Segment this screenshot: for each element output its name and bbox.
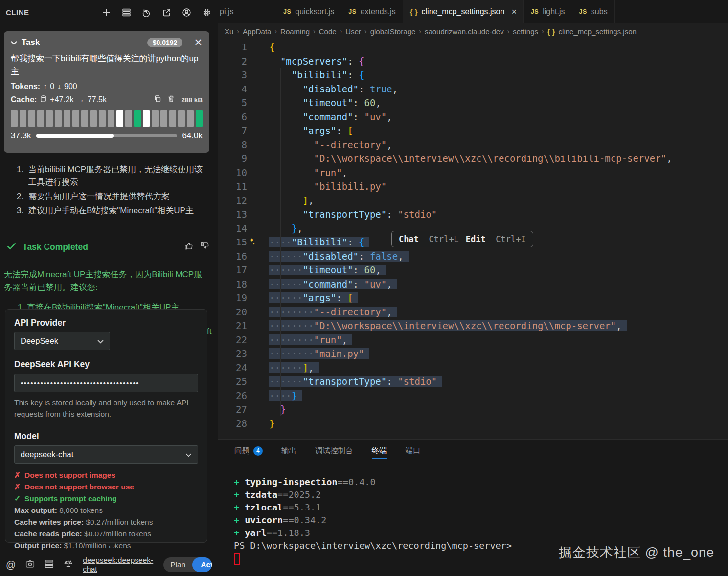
- tab-pi.js[interactable]: pi.js: [218, 0, 276, 23]
- code-line[interactable]: 6 "command": "uv",: [218, 110, 728, 124]
- code-line-content: ········"--directory",: [247, 305, 392, 319]
- panel-tab-终端[interactable]: 终端: [372, 440, 387, 462]
- code-line[interactable]: 10 "run",: [218, 166, 728, 180]
- token: "bilibili.py": [314, 181, 387, 192]
- code-line[interactable]: 23········"main.py": [218, 347, 728, 361]
- tab-quicksort.js[interactable]: JSquicksort.js: [276, 0, 341, 23]
- breadcrumb[interactable]: Xu›AppData›Roaming›Code›User›globalStora…: [218, 23, 728, 39]
- breadcrumb-item[interactable]: AppData: [243, 27, 271, 36]
- code-line[interactable]: 25······"transportType": "stdio": [218, 375, 728, 389]
- rules-scales-icon[interactable]: [64, 559, 73, 570]
- mcp-icon[interactable]: [45, 559, 54, 570]
- mcp-servers-icon[interactable]: [121, 7, 132, 18]
- code-line-content: "command": "uv",: [247, 110, 392, 124]
- panel-tab-输出[interactable]: 输出: [281, 440, 296, 462]
- tab-subs[interactable]: JSsubs: [572, 0, 615, 23]
- panel-tab-端口[interactable]: 端口: [406, 440, 421, 462]
- history-icon[interactable]: [141, 7, 152, 18]
- code-line[interactable]: 21········"D:\\workspace\\interview\\xzc…: [218, 319, 728, 333]
- code-line[interactable]: 27 }: [218, 402, 728, 417]
- api-key-field[interactable]: ••••••••••••••••••••••••••••••••••••: [14, 374, 198, 392]
- breadcrumb-item[interactable]: cline_mcp_settings.json: [559, 27, 637, 36]
- breadcrumb-item[interactable]: Roaming: [280, 27, 310, 36]
- model-select[interactable]: deepseek-chat: [14, 445, 198, 464]
- database-icon: [40, 95, 47, 105]
- code-line-content: "D:\\workspace\\interview\\xzc\\recordin…: [247, 152, 672, 166]
- code-line[interactable]: 28}: [218, 417, 728, 431]
- tab-light.js[interactable]: JSlight.js: [524, 0, 572, 23]
- plus-sign: +: [234, 477, 245, 487]
- json-file-icon: { }: [547, 27, 555, 36]
- context-slider-track[interactable]: [36, 134, 178, 137]
- edit-action[interactable]: Edit: [466, 234, 486, 244]
- token: "command": [303, 111, 353, 122]
- account-icon[interactable]: [181, 7, 192, 18]
- code-line-content: "disabled": true,: [247, 82, 398, 96]
- line-number: 6: [218, 110, 247, 124]
- breadcrumb-item[interactable]: Xu: [225, 27, 233, 36]
- plan-mode-button[interactable]: Plan: [163, 557, 192, 572]
- close-tab-icon[interactable]: ×: [511, 7, 517, 17]
- token: "command": [303, 279, 353, 289]
- context-segment: [187, 110, 194, 127]
- open-in-editor-icon[interactable]: [161, 7, 172, 18]
- screenshot-icon[interactable]: [25, 559, 35, 570]
- code-line[interactable]: 24······],: [218, 361, 728, 375]
- token: {: [359, 56, 364, 66]
- code-line[interactable]: 7 "args": [: [218, 124, 728, 138]
- copy-icon[interactable]: [154, 95, 161, 105]
- breadcrumb-item[interactable]: saoudrizwan.claude-dev: [425, 27, 504, 36]
- breadcrumb-item[interactable]: settings: [513, 27, 538, 36]
- panel-tab-label: 终端: [372, 446, 387, 456]
- tab-cline_mcp_settings.json[interactable]: { }cline_mcp_settings.json×: [403, 0, 524, 23]
- package-name: uvicorn: [245, 515, 283, 525]
- terminal-cursor: [234, 553, 240, 565]
- thumbs-up-icon[interactable]: [184, 242, 193, 252]
- code-line[interactable]: 26····}: [218, 389, 728, 403]
- model-id-link[interactable]: deepseek:deepseek-chat: [83, 556, 154, 574]
- token: :: [387, 209, 398, 220]
- close-task-icon[interactable]: ✕: [194, 38, 203, 47]
- capability-line: ✗Does not support images: [14, 469, 198, 481]
- code-line[interactable]: 8 "--directory",: [218, 138, 728, 152]
- code-line[interactable]: 1{: [218, 40, 728, 54]
- tab-extends.js[interactable]: JSextends.js: [341, 0, 403, 23]
- mention-icon[interactable]: @: [6, 559, 16, 571]
- breadcrumb-item[interactable]: globalStorage: [370, 27, 416, 36]
- code-editor[interactable]: Chat Ctrl+L Edit Ctrl+I 1{2 "mcpServers"…: [218, 39, 728, 430]
- code-line[interactable]: 2 "mcpServers": {: [218, 54, 728, 68]
- code-line[interactable]: 11 "bilibili.py": [218, 179, 728, 194]
- act-mode-button[interactable]: Act: [192, 557, 212, 572]
- code-line[interactable]: 4 "disabled": true,: [218, 82, 728, 96]
- list-item-number: 3.: [17, 204, 28, 217]
- sparkle-icon[interactable]: ✦✦: [250, 236, 257, 244]
- new-task-icon[interactable]: [101, 7, 112, 18]
- collapse-task-icon[interactable]: [11, 38, 17, 47]
- breadcrumb-item[interactable]: Code: [319, 27, 337, 36]
- breadcrumb-item[interactable]: User: [345, 27, 361, 36]
- thumbs-down-icon[interactable]: [201, 242, 209, 252]
- code-line-content: },: [247, 222, 303, 236]
- code-line[interactable]: 12 ],: [218, 194, 728, 208]
- line-number: 27: [218, 402, 247, 417]
- api-provider-select[interactable]: DeepSeek: [14, 332, 110, 350]
- code-line[interactable]: 3 "bilibili": {: [218, 68, 728, 82]
- token: "timeout": [303, 97, 353, 108]
- code-line[interactable]: 22········"run",: [218, 333, 728, 347]
- context-segment: [160, 110, 167, 127]
- code-line[interactable]: 13 "transportType": "stdio": [218, 207, 728, 222]
- panel-tab-调试控制台[interactable]: 调试控制台: [315, 440, 353, 462]
- code-line[interactable]: 19······"args": [: [218, 291, 728, 305]
- chat-action[interactable]: Chat: [399, 234, 419, 244]
- context-segment: [143, 110, 150, 127]
- code-line[interactable]: 17······"timeout": 60,: [218, 263, 728, 277]
- code-line[interactable]: 9 "D:\\workspace\\interview\\xzc\\record…: [218, 152, 728, 166]
- api-key-label: DeepSeek API Key: [14, 359, 198, 370]
- code-line[interactable]: 5 "timeout": 60,: [218, 96, 728, 110]
- code-line[interactable]: 20········"--directory",: [218, 305, 728, 319]
- panel-tab-问题[interactable]: 问题4: [234, 440, 263, 462]
- settings-gear-icon[interactable]: [201, 7, 212, 18]
- code-line[interactable]: 16······"disabled": false,: [218, 249, 728, 264]
- trash-icon[interactable]: [167, 95, 175, 105]
- code-line[interactable]: 18······"command": "uv",: [218, 277, 728, 291]
